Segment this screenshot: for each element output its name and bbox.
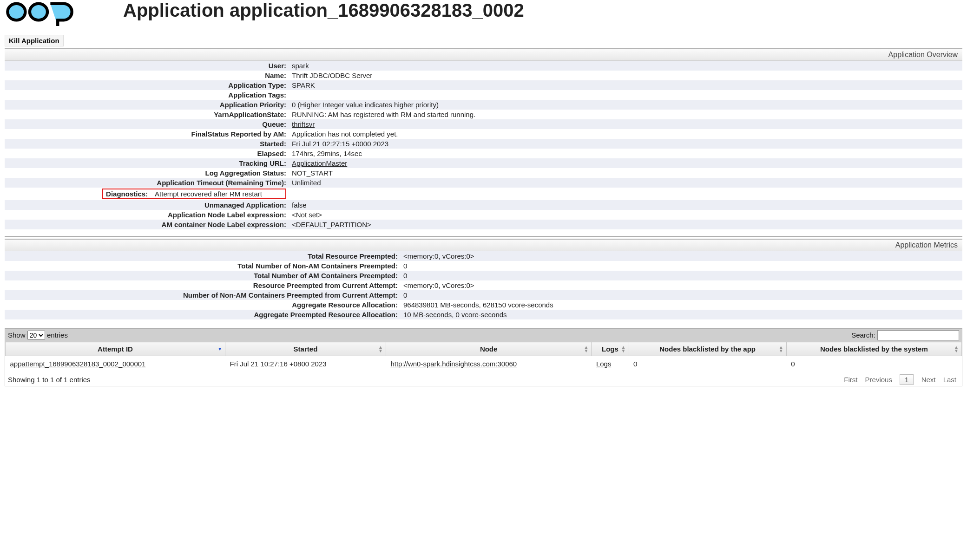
overview-key: Application Type: (5, 80, 289, 90)
overview-value (289, 188, 962, 200)
overview-value: NOT_START (289, 168, 962, 178)
search-input[interactable] (877, 330, 959, 340)
attempt-logs-link[interactable]: Logs (596, 360, 612, 368)
attempts-col-header[interactable]: Nodes blacklisted by the app▲▼ (629, 342, 786, 356)
hadoop-logo (5, 0, 93, 29)
overview-value: Unlimited (289, 178, 962, 188)
metrics-header: Application Metrics (5, 240, 962, 251)
overview-value: SPARK (289, 80, 962, 90)
attempt-id: appattempt_1689906328183_0002_000001 (6, 356, 225, 372)
attempts-col-header[interactable]: Nodes blacklisted by the system▲▼ (786, 342, 961, 356)
overview-value: 174hrs, 29mins, 14sec (289, 149, 962, 158)
show-label-pre: Show (8, 331, 26, 339)
overview-link[interactable]: spark (292, 62, 309, 70)
pager-last[interactable]: Last (943, 376, 956, 384)
metrics-key: Total Number of Non-AM Containers Preemp… (5, 261, 401, 271)
metrics-value: 0 (401, 271, 962, 280)
svg-point-0 (7, 4, 25, 20)
overview-key: Application Priority: (5, 100, 289, 110)
overview-value: spark (289, 61, 962, 71)
pager-next[interactable]: Next (921, 376, 936, 384)
overview-key: Unmanaged Application: (5, 200, 289, 210)
page-title: Application application_1689906328183_00… (123, 0, 524, 21)
attempt-blacklist-app: 0 (629, 356, 786, 372)
metrics-value: 0 (401, 261, 962, 271)
metrics-value: <memory:0, vCores:0> (401, 280, 962, 290)
overview-value: thriftsvr (289, 119, 962, 129)
sort-both-icon: ▲▼ (378, 345, 383, 353)
overview-value: <Not set> (289, 210, 962, 220)
entries-select[interactable]: 20 (27, 331, 45, 340)
attempts-col-header[interactable]: Started▲▼ (225, 342, 386, 356)
show-label-post: entries (47, 331, 68, 339)
metrics-key: Total Number of AM Containers Preempted: (5, 271, 401, 280)
attempt-blacklist-sys: 0 (786, 356, 961, 372)
entries-length-control: Show 20 entries (8, 331, 68, 340)
sort-both-icon: ▲▼ (954, 345, 959, 353)
attempt-started: Fri Jul 21 10:27:16 +0800 2023 (225, 356, 386, 372)
overview-key: Application Node Label expression: (5, 210, 289, 220)
overview-key: Name: (5, 71, 289, 80)
overview-value: Fri Jul 21 02:27:15 +0000 2023 (289, 139, 962, 149)
sort-desc-icon: ▼ (217, 347, 222, 351)
metrics-key: Resource Preempted from Current Attempt: (5, 280, 401, 290)
search-label: Search: (851, 331, 875, 339)
attempts-info: Showing 1 to 1 of 1 entries (8, 376, 91, 384)
overview-key: FinalStatus Reported by AM: (5, 129, 289, 139)
kill-application-button[interactable]: Kill Application (5, 35, 64, 46)
metrics-key: Number of Non-AM Containers Preempted fr… (5, 290, 401, 300)
overview-value: 0 (Higher Integer value indicates higher… (289, 100, 962, 110)
overview-value: Application has not completed yet. (289, 129, 962, 139)
sort-both-icon: ▲▼ (584, 345, 588, 353)
overview-key: Started: (5, 139, 289, 149)
attempts-col-header[interactable]: Node▲▼ (386, 342, 592, 356)
overview-key: Tracking URL: (5, 158, 289, 168)
metrics-value: 0 (401, 290, 962, 300)
overview-value: ApplicationMaster (289, 158, 962, 168)
overview-key: User: (5, 61, 289, 71)
metrics-value: 10 MB-seconds, 0 vcore-seconds (401, 310, 962, 319)
overview-value (289, 90, 962, 100)
overview-key: YarnApplicationState: (5, 110, 289, 119)
metrics-key: Aggregate Resource Allocation: (5, 300, 401, 310)
overview-header: Application Overview (5, 49, 962, 61)
overview-value: Thrift JDBC/ODBC Server (289, 71, 962, 80)
attempts-col-header[interactable]: Logs▲▼ (592, 342, 629, 356)
overview-key: Application Tags: (5, 90, 289, 100)
attempt-node: http://wn0-spark.hdinsightcss.com:30060 (386, 356, 592, 372)
pager: First Previous 1 Next Last (841, 374, 959, 385)
overview-value: <DEFAULT_PARTITION> (289, 220, 962, 229)
metrics-key: Aggregate Preempted Resource Allocation: (5, 310, 401, 319)
sort-both-icon: ▲▼ (779, 345, 783, 353)
overview-key: Elapsed: (5, 149, 289, 158)
overview-key: Application Timeout (Remaining Time): (5, 178, 289, 188)
pager-page[interactable]: 1 (900, 374, 914, 385)
sort-both-icon: ▲▼ (621, 345, 626, 353)
overview-value: RUNNING: AM has registered with RM and s… (289, 110, 962, 119)
overview-key: Log Aggregation Status: (5, 168, 289, 178)
search-control: Search: (851, 330, 959, 340)
overview-key: Diagnostics: Attempt recovered after RM … (5, 188, 289, 200)
attempts-table: Attempt ID▼Started▲▼Node▲▼Logs▲▼Nodes bl… (5, 342, 962, 371)
overview-link[interactable]: ApplicationMaster (292, 159, 347, 167)
attempts-col-header[interactable]: Attempt ID▼ (6, 342, 225, 356)
attempt-node-link[interactable]: http://wn0-spark.hdinsightcss.com:30060 (390, 360, 517, 368)
attempt-logs: Logs (592, 356, 629, 372)
metrics-value: <memory:0, vCores:0> (401, 251, 962, 261)
overview-table: User:sparkName:Thrift JDBC/ODBC ServerAp… (5, 61, 962, 229)
attempt-id-link[interactable]: appattempt_1689906328183_0002_000001 (10, 360, 146, 368)
metrics-table: Total Resource Preempted:<memory:0, vCor… (5, 251, 962, 319)
svg-point-1 (30, 4, 47, 20)
overview-key: Queue: (5, 119, 289, 129)
pager-prev[interactable]: Previous (865, 376, 892, 384)
overview-value: false (289, 200, 962, 210)
overview-link[interactable]: thriftsvr (292, 120, 315, 128)
metrics-value: 964839801 MB-seconds, 628150 vcore-secon… (401, 300, 962, 310)
metrics-key: Total Resource Preempted: (5, 251, 401, 261)
table-row: appattempt_1689906328183_0002_000001Fri … (6, 356, 962, 372)
pager-first[interactable]: First (844, 376, 857, 384)
overview-key: AM container Node Label expression: (5, 220, 289, 229)
